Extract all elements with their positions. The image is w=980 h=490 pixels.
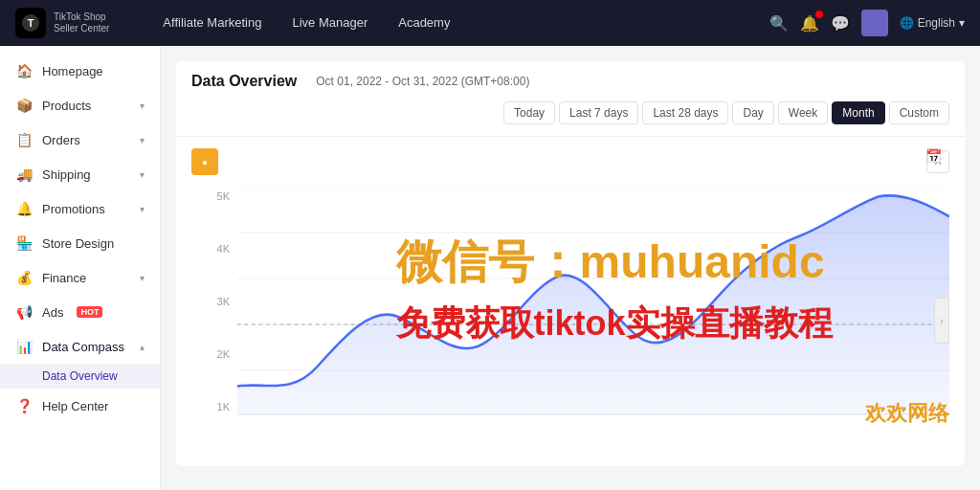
active-data-tab[interactable]: ● [191,148,218,175]
logo: T TikTok Shop Seller Center [15,8,109,38]
sidebar-item-shipping[interactable]: 🚚 Shipping ▾ [0,157,160,191]
y-label-5k: 5K [195,190,234,202]
nav-right: 🔍 🔔 💬 🌐 English ▾ [769,10,965,36]
sidebar-item-finance[interactable]: 💰 Finance ▾ [0,260,160,295]
sidebar-label-products: Products [42,99,91,113]
top-navigation: T TikTok Shop Seller Center Affiliate Ma… [0,0,980,46]
filter-month[interactable]: Month [832,101,884,124]
svg-text:T: T [28,17,34,29]
panel-body: ● ✕ 📅 T 1K 2K 3K [176,137,965,466]
promotions-icon: 🔔 [15,201,33,216]
nav-affiliate-marketing[interactable]: Affiliate Marketing [147,0,277,46]
products-arrow: ▾ [140,100,145,111]
sidebar-label-shipping: Shipping [42,167,91,182]
notification-badge [815,11,823,18]
filter-custom[interactable]: Custom [889,101,949,124]
content-inner: Data Overview Oct 01, 2022 - Oct 31, 202… [161,46,980,490]
nav-live-manager[interactable]: Live Manager [277,0,383,46]
filter-last7[interactable]: Last 7 days [559,101,638,124]
y-label-3k: 3K [195,296,234,307]
sidebar-label-finance: Finance [42,271,86,285]
filter-buttons: Today Last 7 days Last 28 days Day Week … [503,101,949,124]
products-icon: 📦 [15,98,33,113]
chart-container: 1K 2K 3K 4K 5K [191,187,949,455]
sidebar-item-data-compass[interactable]: 📊 Data Compass ▴ [0,329,160,364]
sidebar-item-homepage[interactable]: 🏠 Homepage [0,54,160,88]
hot-badge: HOT [77,306,102,318]
help-center-icon: ❓ [15,398,33,413]
lang-label: English [918,16,955,30]
sidebar-item-promotions[interactable]: 🔔 Promotions ▾ [0,191,160,226]
y-label-4k: 4K [195,243,234,255]
logo-line2: Seller Center [54,23,109,34]
y-axis-labels: 1K 2K 3K 4K 5K [191,187,237,416]
sidebar-item-help-center[interactable]: ❓ Help Center [0,389,160,423]
logo-icon: T [15,8,46,38]
sidebar-label-ads: Ads [42,305,63,320]
finance-arrow: ▾ [140,273,145,283]
orders-arrow: ▾ [140,135,145,145]
panel-title: Data Overview [191,73,297,90]
data-overview-panel: Data Overview Oct 01, 2022 - Oct 31, 202… [176,61,965,466]
sidebar-label-orders: Orders [42,133,80,147]
sidebar-label-data-compass: Data Compass [42,340,124,354]
sidebar-item-ads[interactable]: 📢 Ads HOT [0,295,160,329]
store-design-icon: 🏪 [15,235,33,251]
y-label-2k: 2K [195,348,234,360]
data-compass-arrow: ▴ [140,342,145,352]
nav-links: Affiliate Marketing Live Manager Academy [147,0,746,46]
shipping-icon: 🚚 [15,167,33,182]
panel-header: Data Overview Oct 01, 2022 - Oct 31, 202… [176,61,965,137]
logo-line1: TikTok Shop [54,11,109,23]
homepage-icon: 🏠 [15,63,33,78]
y-label-1k: 1K [195,401,234,412]
language-button[interactable]: 🌐 English ▾ [900,16,965,30]
content-area: Data Overview Oct 01, 2022 - Oct 31, 202… [161,46,980,490]
sidebar-label-store-design: Store Design [42,236,114,251]
search-icon-btn[interactable]: 🔍 [769,14,789,33]
sidebar-label-help-center: Help Center [42,399,108,413]
filter-last28[interactable]: Last 28 days [642,101,728,124]
finance-icon: 💰 [15,270,33,285]
shipping-arrow: ▾ [140,169,145,180]
calendar-icon[interactable]: 📅 [925,148,942,164]
promotions-arrow: ▾ [140,204,145,214]
expand-sidebar-btn[interactable]: › [934,298,949,344]
sidebar-item-orders[interactable]: 📋 Orders ▾ [0,122,160,157]
messages-icon-btn[interactable]: 💬 [831,14,850,33]
chart-svg-area [237,187,949,416]
sidebar-item-products[interactable]: 📦 Products ▾ [0,88,160,122]
sidebar-item-store-design[interactable]: 🏪 Store Design [0,226,160,260]
filter-day[interactable]: Day [732,101,773,124]
main-layout: 🏠 Homepage 📦 Products ▾ 📋 Orders ▾ 🚚 Shi… [0,46,980,490]
sidebar-label-homepage: Homepage [42,64,103,78]
data-compass-icon: 📊 [15,339,33,354]
sidebar: 🏠 Homepage 📦 Products ▾ 📋 Orders ▾ 🚚 Shi… [0,46,161,490]
data-tabs: ● ✕ [191,148,949,175]
date-range: Oct 01, 2022 - Oct 31, 2022 (GMT+08:00) [316,75,529,88]
chart-svg [237,187,949,416]
logo-text: TikTok Shop Seller Center [54,11,109,34]
orders-icon: 📋 [15,132,33,147]
filter-today[interactable]: Today [503,101,555,124]
nav-academy[interactable]: Academy [383,0,465,46]
ads-icon: 📢 [15,304,33,320]
notification-icon-btn[interactable]: 🔔 [800,14,819,33]
filter-week[interactable]: Week [778,101,828,124]
avatar[interactable] [861,10,888,36]
sidebar-sub-data-overview[interactable]: Data Overview [0,364,160,389]
sidebar-label-promotions: Promotions [42,202,105,216]
